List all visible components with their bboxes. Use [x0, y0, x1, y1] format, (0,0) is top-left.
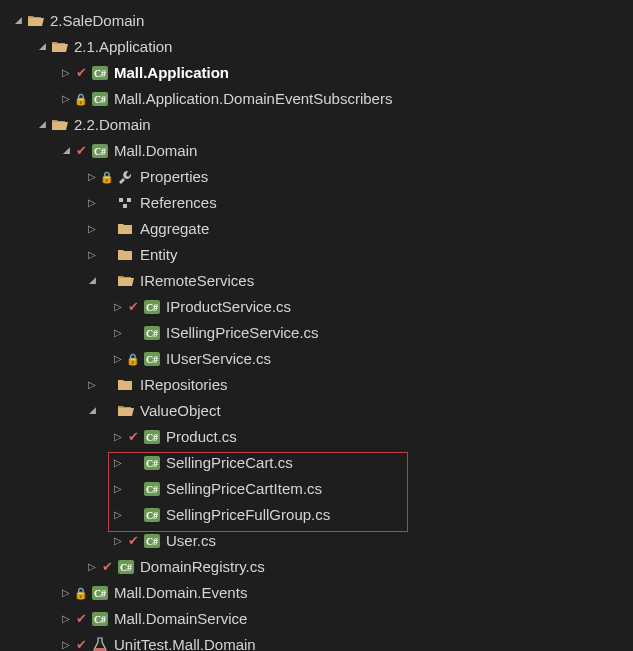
expand-arrow-icon[interactable] [58, 606, 74, 633]
node-properties[interactable]: 🔒 Properties [4, 164, 629, 190]
node-aggregate[interactable]: Aggregate [4, 216, 629, 242]
expand-arrow-icon[interactable] [84, 398, 100, 425]
expand-arrow-icon[interactable] [58, 580, 74, 607]
node-mall-application[interactable]: ✔ Mall.Application [4, 60, 629, 86]
vcs-check-icon: ✔ [74, 138, 88, 164]
expand-arrow-icon[interactable] [110, 502, 126, 529]
csharp-file-icon [142, 427, 162, 447]
node-value-object[interactable]: ValueObject [4, 398, 629, 424]
expand-arrow-icon[interactable] [10, 8, 26, 35]
references-icon [116, 193, 136, 213]
node-domain-registry[interactable]: ✔ DomainRegistry.cs [4, 554, 629, 580]
node-mall-domain-service[interactable]: ✔ Mall.DomainService [4, 606, 629, 632]
expand-arrow-icon[interactable] [58, 138, 74, 165]
vcs-check-icon: ✔ [126, 528, 140, 554]
node-label: ISellingPriceService.cs [166, 320, 319, 346]
csharp-file-icon [142, 349, 162, 369]
expand-arrow-icon[interactable] [84, 554, 100, 581]
folder-icon [116, 375, 136, 395]
csharp-file-icon [142, 505, 162, 525]
node-iproduct-service[interactable]: ✔ IProductService.cs [4, 294, 629, 320]
node-product-cs[interactable]: ✔ Product.cs [4, 424, 629, 450]
node-selling-price-cart-item[interactable]: SellingPriceCartItem.cs [4, 476, 629, 502]
csharp-file-icon [142, 297, 162, 317]
expand-arrow-icon[interactable] [110, 528, 126, 555]
node-iuser-service[interactable]: 🔒 IUserService.cs [4, 346, 629, 372]
expand-arrow-icon[interactable] [110, 424, 126, 451]
expand-arrow-icon[interactable] [58, 86, 74, 113]
folder-open-icon [116, 401, 136, 421]
node-iselling-price-service[interactable]: ISellingPriceService.cs [4, 320, 629, 346]
node-label: Properties [140, 164, 208, 190]
folder-open-icon [116, 271, 136, 291]
node-mall-domain-events[interactable]: 🔒 Mall.Domain.Events [4, 580, 629, 606]
csharp-project-icon [90, 609, 110, 629]
node-label: IRepositories [140, 372, 228, 398]
folder-open-icon [50, 37, 70, 57]
vcs-check-icon: ✔ [100, 554, 114, 580]
expand-arrow-icon[interactable] [110, 450, 126, 477]
expand-arrow-icon[interactable] [110, 320, 126, 347]
node-label: SellingPriceCart.cs [166, 450, 293, 476]
node-domain[interactable]: 2.2.Domain [4, 112, 629, 138]
node-label: 2.1.Application [74, 34, 172, 60]
node-entity[interactable]: Entity [4, 242, 629, 268]
node-application[interactable]: 2.1.Application [4, 34, 629, 60]
node-label: Entity [140, 242, 178, 268]
csharp-file-icon [142, 531, 162, 551]
node-label: SellingPriceFullGroup.cs [166, 502, 330, 528]
expand-arrow-icon[interactable] [84, 164, 100, 191]
node-irepositories[interactable]: IRepositories [4, 372, 629, 398]
node-iremote-services[interactable]: IRemoteServices [4, 268, 629, 294]
node-unit-test-mall-domain[interactable]: ✔ UnitTest.Mall.Domain [4, 632, 629, 651]
node-selling-price-cart[interactable]: SellingPriceCart.cs [4, 450, 629, 476]
expand-arrow-icon[interactable] [110, 476, 126, 503]
expand-arrow-icon[interactable] [34, 112, 50, 139]
csharp-project-icon [90, 141, 110, 161]
node-mall-app-subscribers[interactable]: 🔒 Mall.Application.DomainEventSubscriber… [4, 86, 629, 112]
solution-explorer-tree: 2.SaleDomain 2.1.Application ✔ Mall.Appl… [4, 8, 629, 651]
vcs-lock-icon: 🔒 [126, 346, 140, 372]
node-label: 2.2.Domain [74, 112, 151, 138]
node-mall-domain[interactable]: ✔ Mall.Domain [4, 138, 629, 164]
node-label: Product.cs [166, 424, 237, 450]
expand-arrow-icon[interactable] [34, 34, 50, 61]
expand-arrow-icon[interactable] [84, 268, 100, 295]
vcs-lock-icon: 🔒 [100, 164, 114, 190]
folder-open-icon [50, 115, 70, 135]
node-label: IRemoteServices [140, 268, 254, 294]
expand-arrow-icon[interactable] [58, 60, 74, 87]
node-label: UnitTest.Mall.Domain [114, 632, 256, 651]
expand-arrow-icon[interactable] [58, 632, 74, 652]
node-label: 2.SaleDomain [50, 8, 144, 34]
node-label: User.cs [166, 528, 216, 554]
node-label: IUserService.cs [166, 346, 271, 372]
node-label: References [140, 190, 217, 216]
node-label: Aggregate [140, 216, 209, 242]
expand-arrow-icon[interactable] [110, 346, 126, 373]
node-sale-domain[interactable]: 2.SaleDomain [4, 8, 629, 34]
vcs-lock-icon: 🔒 [74, 86, 88, 112]
node-references[interactable]: References [4, 190, 629, 216]
expand-arrow-icon[interactable] [84, 242, 100, 269]
expand-arrow-icon[interactable] [84, 372, 100, 399]
node-label: ValueObject [140, 398, 221, 424]
node-label: IProductService.cs [166, 294, 291, 320]
folder-open-icon [26, 11, 46, 31]
folder-icon [116, 245, 136, 265]
wrench-icon [116, 167, 136, 187]
vcs-lock-icon: 🔒 [74, 580, 88, 606]
vcs-check-icon: ✔ [74, 606, 88, 632]
csharp-project-icon [90, 583, 110, 603]
folder-icon [116, 219, 136, 239]
node-label: SellingPriceCartItem.cs [166, 476, 322, 502]
vcs-check-icon: ✔ [74, 60, 88, 86]
expand-arrow-icon[interactable] [84, 216, 100, 243]
node-label: Mall.DomainService [114, 606, 247, 632]
csharp-file-icon [142, 323, 162, 343]
expand-arrow-icon[interactable] [84, 190, 100, 217]
node-selling-price-full-group[interactable]: SellingPriceFullGroup.cs [4, 502, 629, 528]
expand-arrow-icon[interactable] [110, 294, 126, 321]
node-label: Mall.Application.DomainEventSubscribers [114, 86, 392, 112]
node-user-cs[interactable]: ✔ User.cs [4, 528, 629, 554]
